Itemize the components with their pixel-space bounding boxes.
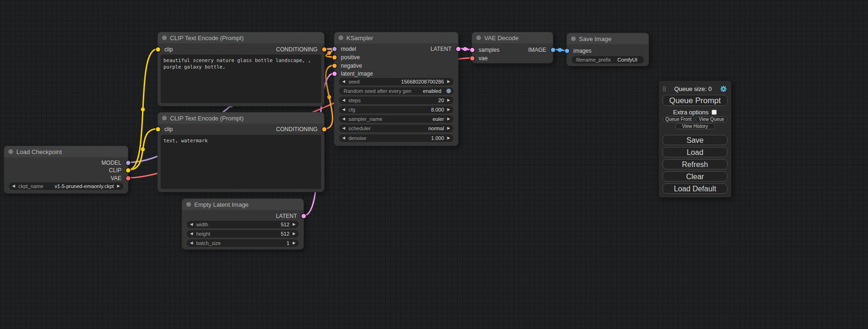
widget-label: Random seed after every gen <box>344 88 411 94</box>
port-latent-output[interactable] <box>456 47 460 51</box>
widget-scheduler[interactable]: ◀ scheduler normal ▶ <box>339 125 453 132</box>
node-collapse-icon[interactable] <box>186 202 191 207</box>
node-title: Load Checkpoint <box>16 148 62 155</box>
output-row: LATENT <box>276 212 303 220</box>
widget-width[interactable]: ◀ width 512 ▶ <box>187 221 299 228</box>
clear-button[interactable]: Clear <box>663 171 727 182</box>
node-empty-latent-image[interactable]: Empty Latent Image LATENT ◀ width 512 ▶ … <box>182 198 304 250</box>
view-history-button[interactable]: View History <box>675 123 715 129</box>
node-title-bar[interactable]: CLIP Text Encode (Prompt) <box>158 112 324 124</box>
node-collapse-icon[interactable] <box>162 116 167 120</box>
port-image-output[interactable] <box>551 48 555 52</box>
decrement-arrow-icon[interactable]: ◀ <box>342 136 345 140</box>
node-load-checkpoint[interactable]: Load Checkpoint MODEL CLIP VAE ◀ ckpt_na… <box>4 146 128 194</box>
node-title: VAE Decode <box>484 35 518 42</box>
increment-arrow-icon[interactable]: ▶ <box>447 98 450 102</box>
decrement-arrow-icon[interactable]: ◀ <box>190 232 193 236</box>
increment-arrow-icon[interactable]: ▶ <box>447 80 450 84</box>
widget-cfg[interactable]: ◀ cfg 8.000 ▶ <box>339 106 453 113</box>
save-button[interactable]: Save <box>663 135 727 145</box>
decrement-arrow-icon[interactable]: ◀ <box>342 117 345 121</box>
queue-prompt-button[interactable]: Queue Prompt <box>663 95 727 106</box>
node-clip-text-encode-positive[interactable]: CLIP Text Encode (Prompt) clip CONDITION… <box>157 32 325 106</box>
widget-steps[interactable]: ◀ steps 20 ▶ <box>339 97 453 104</box>
decrement-arrow-icon[interactable]: ◀ <box>342 80 345 84</box>
port-positive-input[interactable] <box>332 56 337 60</box>
input-row: clip <box>158 126 173 133</box>
node-title-bar[interactable]: Empty Latent Image <box>182 199 303 210</box>
node-save-image[interactable]: Save Image images filename_prefix ComfyU… <box>566 33 649 66</box>
comfyui-canvas[interactable]: { "icons": { "arrow_left": "◀", "arrow_r… <box>0 0 868 329</box>
decrement-arrow-icon[interactable]: ◀ <box>342 108 345 112</box>
port-negative-input[interactable] <box>332 64 337 68</box>
node-collapse-icon[interactable] <box>571 36 576 41</box>
settings-gear-icon[interactable] <box>720 85 727 93</box>
widget-height[interactable]: ◀ height 512 ▶ <box>187 230 299 238</box>
widget-random-seed-toggle[interactable]: Random seed after every gen enabled <box>339 87 453 95</box>
input-label-samples: samples <box>479 47 500 53</box>
node-title-bar[interactable]: Load Checkpoint <box>4 146 128 157</box>
increment-arrow-icon[interactable]: ▶ <box>447 126 450 130</box>
refresh-button[interactable]: Refresh <box>663 159 727 169</box>
decrement-arrow-icon[interactable]: ◀ <box>190 241 193 245</box>
decrement-arrow-icon[interactable]: ◀ <box>12 184 15 188</box>
node-ksampler[interactable]: KSampler model positive negative latent_… <box>334 32 459 146</box>
node-collapse-icon[interactable] <box>8 149 13 154</box>
drag-handle-icon[interactable]: ⣿ <box>663 86 666 91</box>
output-label-latent: LATENT <box>430 46 452 52</box>
port-latent-output[interactable] <box>302 214 306 218</box>
port-model-output[interactable] <box>126 161 130 165</box>
node-title-bar[interactable]: Save Image <box>567 33 649 44</box>
increment-arrow-icon[interactable]: ▶ <box>293 223 296 226</box>
output-row: VAE <box>111 175 128 182</box>
decrement-arrow-icon[interactable]: ◀ <box>190 223 193 226</box>
port-vae-output[interactable] <box>126 176 130 181</box>
increment-arrow-icon[interactable]: ▶ <box>117 184 120 188</box>
output-row: CONDITIONING <box>276 126 324 133</box>
port-conditioning-output[interactable] <box>322 48 326 52</box>
widget-seed[interactable]: ◀ seed 156680208700286 ▶ <box>339 78 453 85</box>
widget-label: filename_prefix <box>576 57 611 63</box>
widget-sampler-name[interactable]: ◀ sampler_name euler ▶ <box>339 115 453 123</box>
port-images-input[interactable] <box>565 49 569 53</box>
port-model-input[interactable] <box>332 47 337 51</box>
node-collapse-icon[interactable] <box>476 35 481 40</box>
queue-front-button[interactable]: Queue Front <box>663 116 694 122</box>
node-collapse-icon[interactable] <box>339 35 343 40</box>
increment-arrow-icon[interactable]: ▶ <box>447 136 450 140</box>
port-clip-output[interactable] <box>126 168 130 173</box>
node-title: KSampler <box>346 35 373 42</box>
toggle-knob-icon[interactable] <box>446 89 451 93</box>
widget-denoise[interactable]: ◀ denoise 1.000 ▶ <box>339 134 453 142</box>
prompt-textarea[interactable]: beautiful scenery nature glass bottle la… <box>161 55 321 103</box>
port-vae-input[interactable] <box>470 56 474 61</box>
widget-ckpt-name[interactable]: ◀ ckpt_name v1-5-pruned-emaonly.ckpt ▶ <box>9 182 123 190</box>
widget-filename-prefix[interactable]: filename_prefix ComfyUI <box>572 56 644 63</box>
load-default-button[interactable]: Load Default <box>663 183 727 194</box>
port-latent-image-input[interactable] <box>332 72 337 76</box>
view-queue-button[interactable]: View Queue <box>696 116 727 122</box>
increment-arrow-icon[interactable]: ▶ <box>293 232 296 236</box>
node-title-bar[interactable]: VAE Decode <box>472 32 553 43</box>
widget-value: 1.000 <box>431 135 444 141</box>
port-samples-input[interactable] <box>470 48 474 52</box>
extra-options-checkbox[interactable] <box>712 110 717 115</box>
widget-batch-size[interactable]: ◀ batch_size 1 ▶ <box>187 239 299 247</box>
node-clip-text-encode-negative[interactable]: CLIP Text Encode (Prompt) clip CONDITION… <box>157 112 325 192</box>
menu-header: ⣿ Queue size: 0 <box>663 84 727 94</box>
decrement-arrow-icon[interactable]: ◀ <box>342 98 345 102</box>
port-clip-input[interactable] <box>156 127 160 132</box>
node-title-bar[interactable]: CLIP Text Encode (Prompt) <box>158 32 324 43</box>
decrement-arrow-icon[interactable]: ◀ <box>342 126 345 130</box>
port-clip-input[interactable] <box>156 48 160 52</box>
prompt-textarea[interactable]: text, watermark <box>161 135 321 189</box>
load-button[interactable]: Load <box>663 147 727 157</box>
increment-arrow-icon[interactable]: ▶ <box>447 117 450 121</box>
node-collapse-icon[interactable] <box>162 35 167 40</box>
node-title-bar[interactable]: KSampler <box>334 32 458 43</box>
port-conditioning-output[interactable] <box>322 127 326 132</box>
increment-arrow-icon[interactable]: ▶ <box>293 241 296 245</box>
node-vae-decode[interactable]: VAE Decode samples vae IMAGE <box>472 32 553 63</box>
widget-value: 512 <box>281 231 289 237</box>
increment-arrow-icon[interactable]: ▶ <box>447 108 450 112</box>
